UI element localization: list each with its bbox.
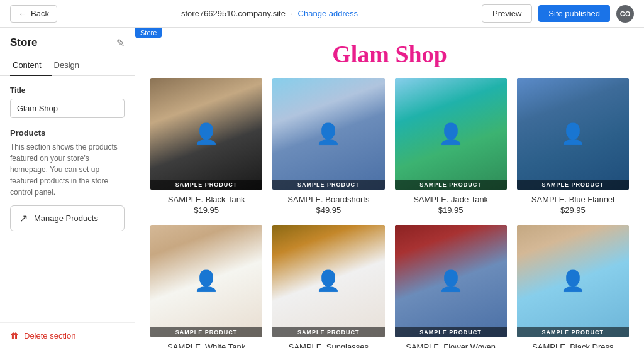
- product-card[interactable]: 👤 SAMPLE PRODUCT SAMPLE. Flower Woven: [395, 225, 507, 348]
- user-avatar[interactable]: CO: [616, 5, 634, 23]
- product-card[interactable]: 👤 SAMPLE PRODUCT SAMPLE. Sunglasses: [272, 225, 384, 348]
- sample-badge: SAMPLE PRODUCT: [395, 180, 507, 190]
- manage-products-label: Manage Products: [34, 214, 98, 223]
- delete-label: Delete section: [24, 331, 75, 340]
- sample-badge: SAMPLE PRODUCT: [517, 327, 629, 337]
- product-figure-icon: 👤: [395, 78, 507, 190]
- products-section-desc: This section shows the products featured…: [10, 141, 125, 198]
- product-card[interactable]: 👤 SAMPLE PRODUCT SAMPLE. Jade Tank $19.9…: [395, 78, 507, 215]
- product-card[interactable]: 👤 SAMPLE PRODUCT SAMPLE. Boardshorts $49…: [272, 78, 384, 215]
- sidebar-footer: 🗑 Delete section: [0, 322, 135, 348]
- product-figure-icon: 👤: [150, 225, 262, 337]
- sidebar-header: Store ✎: [0, 28, 135, 55]
- back-button[interactable]: ← Back: [10, 5, 57, 23]
- sample-badge: SAMPLE PRODUCT: [517, 180, 629, 190]
- site-published-button[interactable]: Site published: [538, 5, 610, 22]
- product-name: SAMPLE. Flower Woven: [406, 342, 496, 349]
- product-card[interactable]: 👤 SAMPLE PRODUCT SAMPLE. White Tank: [150, 225, 262, 348]
- sample-badge: SAMPLE PRODUCT: [150, 327, 262, 337]
- product-price: $19.95: [438, 205, 464, 215]
- preview-area: Store Glam Shop 👤 SAMPLE PRODUCT SAMPLE.…: [135, 28, 644, 348]
- product-image-wrap: 👤 SAMPLE PRODUCT: [395, 78, 507, 190]
- shop-title: Glam Shop: [135, 28, 644, 78]
- product-name: SAMPLE. Black Tank: [168, 195, 245, 204]
- product-name: SAMPLE. Black Dress: [532, 342, 613, 349]
- external-link-icon: ↗: [19, 212, 28, 224]
- product-figure-icon: 👤: [150, 78, 262, 190]
- product-image-wrap: 👤 SAMPLE PRODUCT: [272, 78, 384, 190]
- product-image-wrap: 👤 SAMPLE PRODUCT: [272, 225, 384, 337]
- sample-badge: SAMPLE PRODUCT: [150, 180, 262, 190]
- product-figure-icon: 👤: [272, 225, 384, 337]
- topbar-right: Preview Site published CO: [482, 4, 634, 23]
- product-figure-icon: 👤: [272, 78, 384, 190]
- edit-icon[interactable]: ✎: [116, 37, 125, 49]
- title-input[interactable]: [10, 99, 125, 118]
- product-image: 👤: [517, 225, 629, 337]
- sidebar-content: Title Products This section shows the pr…: [0, 76, 135, 322]
- manage-products-button[interactable]: ↗ Manage Products: [10, 205, 125, 231]
- tab-content[interactable]: Content: [10, 55, 52, 76]
- products-grid: 👤 SAMPLE PRODUCT SAMPLE. Black Tank $19.…: [135, 78, 644, 348]
- tab-design[interactable]: Design: [52, 55, 89, 76]
- sample-badge: SAMPLE PRODUCT: [272, 327, 384, 337]
- product-name: SAMPLE. Sunglasses: [289, 342, 369, 349]
- product-image-wrap: 👤 SAMPLE PRODUCT: [395, 225, 507, 337]
- product-price: $29.95: [560, 205, 586, 215]
- product-image: 👤: [150, 225, 262, 337]
- product-image: 👤: [517, 78, 629, 190]
- back-arrow-icon: ←: [18, 9, 27, 19]
- product-figure-icon: 👤: [395, 225, 507, 337]
- product-price: $19.95: [194, 205, 219, 215]
- product-card[interactable]: 👤 SAMPLE PRODUCT SAMPLE. Black Dress: [517, 225, 629, 348]
- product-image: 👤: [395, 78, 507, 190]
- product-name: SAMPLE. Blue Flannel: [531, 195, 614, 204]
- title-field-label: Title: [10, 86, 125, 95]
- sidebar-title: Store: [10, 36, 37, 49]
- change-address-link[interactable]: Change address: [298, 9, 358, 18]
- separator-dot: ·: [291, 9, 293, 18]
- site-url: store76629510.company.site: [181, 9, 286, 18]
- back-label: Back: [31, 9, 49, 18]
- preview-button[interactable]: Preview: [482, 4, 532, 23]
- product-card[interactable]: 👤 SAMPLE PRODUCT SAMPLE. Blue Flannel $2…: [517, 78, 629, 215]
- product-card[interactable]: 👤 SAMPLE PRODUCT SAMPLE. Black Tank $19.…: [150, 78, 262, 215]
- main-area: Store ✎ Content Design Title Products Th…: [0, 28, 644, 348]
- product-image: 👤: [272, 225, 384, 337]
- preview-inner: Glam Shop 👤 SAMPLE PRODUCT SAMPLE. Black…: [135, 28, 644, 348]
- delete-section-button[interactable]: 🗑 Delete section: [10, 330, 75, 340]
- product-image-wrap: 👤 SAMPLE PRODUCT: [517, 225, 629, 337]
- product-image: 👤: [395, 225, 507, 337]
- trash-icon: 🗑: [10, 330, 19, 340]
- product-name: SAMPLE. Jade Tank: [413, 195, 488, 204]
- product-name: SAMPLE. White Tank: [167, 342, 245, 349]
- product-image-wrap: 👤 SAMPLE PRODUCT: [150, 225, 262, 337]
- sample-badge: SAMPLE PRODUCT: [395, 327, 507, 337]
- product-image-wrap: 👤 SAMPLE PRODUCT: [517, 78, 629, 190]
- topbar-center: store76629510.company.site · Change addr…: [181, 9, 358, 18]
- product-image: 👤: [150, 78, 262, 190]
- product-image-wrap: 👤 SAMPLE PRODUCT: [150, 78, 262, 190]
- product-figure-icon: 👤: [517, 225, 629, 337]
- store-badge: Store: [135, 28, 162, 38]
- product-name: SAMPLE. Boardshorts: [287, 195, 369, 204]
- topbar-left: ← Back: [10, 5, 57, 23]
- products-section-label: Products: [10, 128, 125, 138]
- topbar: ← Back store76629510.company.site · Chan…: [0, 0, 644, 28]
- product-price: $49.95: [316, 205, 341, 215]
- sidebar: Store ✎ Content Design Title Products Th…: [0, 28, 135, 348]
- sample-badge: SAMPLE PRODUCT: [272, 180, 384, 190]
- product-image: 👤: [272, 78, 384, 190]
- product-figure-icon: 👤: [517, 78, 629, 190]
- tabs-container: Content Design: [0, 55, 135, 76]
